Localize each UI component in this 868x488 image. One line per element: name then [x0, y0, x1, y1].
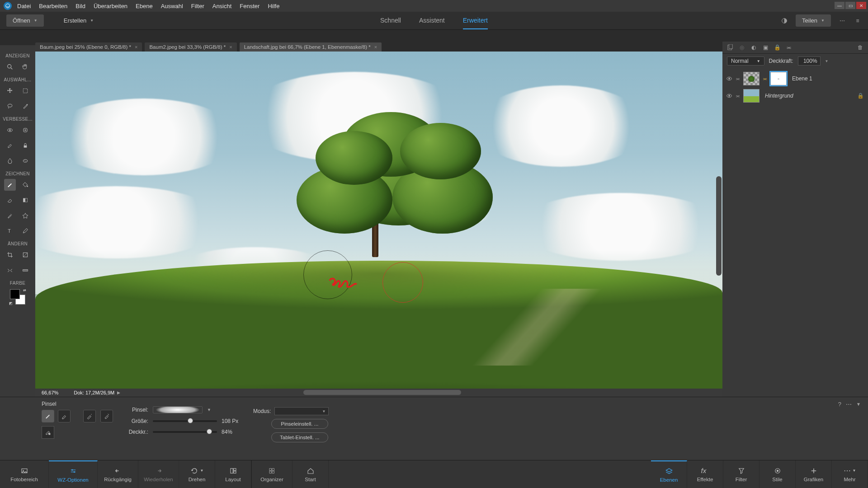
brush-variant-3[interactable]: [83, 410, 96, 422]
collapse-icon[interactable]: ▼: [856, 402, 861, 407]
brush-variant-2[interactable]: [58, 410, 71, 422]
mode-quick[interactable]: Schnell: [380, 12, 401, 29]
menu-ebene[interactable]: Ebene: [136, 3, 153, 9]
content-aware-move-icon[interactable]: [4, 264, 16, 276]
zoom-value[interactable]: 66,67%: [35, 390, 65, 395]
help-icon[interactable]: ?: [838, 401, 841, 408]
menu-ansicht[interactable]: Ansicht: [212, 3, 232, 9]
mask-link-icon[interactable]: ⫘: [762, 76, 768, 81]
share-button[interactable]: Teilen ▼: [796, 14, 831, 27]
maximize-button[interactable]: ▭: [845, 2, 855, 9]
eyedropper-tool-icon[interactable]: [4, 210, 16, 221]
dock-redo[interactable]: Wiederholen: [138, 460, 179, 488]
tablet-settings-button[interactable]: Tablet-Einstell. ...: [271, 432, 328, 442]
layer-thumbnail[interactable]: [743, 72, 760, 85]
dock-effects[interactable]: fx Effekte: [687, 460, 723, 488]
visibility-toggle-icon[interactable]: [726, 93, 732, 99]
straighten-tool-icon[interactable]: [19, 264, 31, 276]
dock-styles[interactable]: Stile: [760, 460, 796, 488]
dock-organizer[interactable]: Organizer: [252, 460, 292, 488]
dock-more[interactable]: ⋯▼ Mehr: [832, 460, 868, 488]
pencil-tool-icon[interactable]: [19, 225, 31, 237]
options-menu-icon[interactable]: ⋯: [846, 401, 852, 408]
text-tool-icon[interactable]: T: [4, 225, 16, 237]
swap-colors-icon[interactable]: ⇄: [23, 288, 26, 292]
hand-tool-icon[interactable]: [19, 61, 31, 73]
shape-tool-icon[interactable]: [19, 210, 31, 221]
chevron-down-icon[interactable]: ▼: [825, 59, 829, 63]
close-tab-icon[interactable]: ×: [374, 44, 377, 50]
menu-auswahl[interactable]: Auswahl: [161, 3, 183, 9]
magic-wand-tool-icon[interactable]: [19, 100, 31, 112]
default-colors-icon[interactable]: ◩: [9, 301, 13, 305]
brush-variant-4[interactable]: [100, 410, 113, 422]
dock-undo[interactable]: Rückgängig: [98, 460, 138, 488]
link-icon[interactable]: ⫘: [735, 76, 741, 81]
layer-row[interactable]: ⫘ ⫘ ▫ Ebene 1: [722, 70, 868, 87]
layer-thumbnail[interactable]: [743, 89, 760, 103]
marquee-tool-icon[interactable]: [19, 85, 31, 97]
recompose-tool-icon[interactable]: [19, 249, 31, 261]
dock-graphics[interactable]: Grafiken: [796, 460, 832, 488]
layer-mask-thumbnail[interactable]: ▫: [770, 72, 787, 85]
theme-toggle-icon[interactable]: [780, 17, 788, 25]
panel-menu-icon[interactable]: ≡: [854, 17, 862, 25]
move-tool-icon[interactable]: [4, 85, 16, 97]
layer-row[interactable]: ⫘ Hintergrund 🔒: [722, 87, 868, 104]
create-button[interactable]: Erstellen ▼: [57, 14, 100, 27]
mode-guided[interactable]: Assistent: [419, 12, 445, 29]
close-button[interactable]: ✕: [856, 2, 866, 9]
chevron-down-icon[interactable]: ▼: [207, 408, 211, 412]
gradient-tool-icon[interactable]: [19, 194, 31, 206]
spot-heal-tool-icon[interactable]: [19, 124, 31, 136]
crop-tool-icon[interactable]: [4, 249, 16, 261]
layer-name[interactable]: Ebene 1: [792, 75, 812, 82]
opacity-slider[interactable]: [153, 431, 217, 433]
menu-ueberarbeiten[interactable]: Überarbeiten: [94, 3, 127, 9]
brush-color-replace[interactable]: [42, 426, 54, 439]
brush-settings-button[interactable]: Pinseleinstell. ...: [271, 419, 328, 429]
canvas[interactable]: [35, 52, 722, 389]
open-button[interactable]: Öffnen ▼: [6, 14, 44, 27]
menu-filter[interactable]: Filter: [191, 3, 204, 9]
new-layer-icon[interactable]: [726, 43, 734, 52]
mode-expert[interactable]: Erweitert: [463, 12, 488, 29]
clone-stamp-tool-icon[interactable]: [19, 140, 31, 151]
close-tab-icon[interactable]: ×: [135, 44, 137, 50]
doc-info-caret-icon[interactable]: ▶: [117, 390, 120, 395]
foreground-color[interactable]: [10, 289, 20, 299]
brush-tool-icon[interactable]: [4, 179, 16, 191]
dock-layout[interactable]: Layout: [215, 460, 251, 488]
smart-brush-tool-icon[interactable]: [4, 140, 16, 151]
zoom-tool-icon[interactable]: [4, 61, 16, 73]
link-icon[interactable]: ⫘: [735, 94, 741, 99]
color-swatch[interactable]: ⇄ ◩: [9, 288, 26, 305]
dock-rotate[interactable]: ▼ Drehen: [179, 460, 215, 488]
close-tab-icon[interactable]: ×: [229, 44, 232, 50]
eraser-tool-icon[interactable]: [4, 194, 16, 206]
eye-tool-icon[interactable]: [4, 124, 16, 136]
minimize-button[interactable]: —: [835, 2, 844, 9]
blur-tool-icon[interactable]: [4, 155, 16, 167]
paint-bucket-tool-icon[interactable]: [19, 179, 31, 191]
dock-home[interactable]: Start: [292, 460, 329, 488]
lock-layer-icon[interactable]: 🔒: [773, 43, 781, 52]
layer-mask-icon[interactable]: ▣: [761, 43, 769, 52]
vertical-scrollbar[interactable]: [716, 176, 722, 276]
adjustment-layer-icon[interactable]: ◐: [750, 43, 758, 52]
opacity-value[interactable]: 84%: [222, 429, 244, 435]
document-tab[interactable]: Baum2.jpeg bei 33,3% (RGB/8) * ×: [145, 42, 236, 52]
horizontal-scrollbar[interactable]: [303, 390, 462, 395]
menu-datei[interactable]: Datei: [17, 3, 31, 9]
delete-layer-icon[interactable]: 🗑: [856, 43, 864, 52]
brush-variant-1[interactable]: [42, 410, 54, 422]
dock-filters[interactable]: Filter: [723, 460, 760, 488]
dock-tool-options[interactable]: WZ-Optionen: [49, 460, 98, 488]
toolbar-overflow-icon[interactable]: ⋯: [838, 17, 846, 25]
menu-fenster[interactable]: Fenster: [240, 3, 259, 9]
visibility-toggle-icon[interactable]: [726, 75, 732, 82]
sponge-tool-icon[interactable]: [19, 155, 31, 167]
layer-opacity-input[interactable]: 100%: [798, 56, 821, 66]
layer-name[interactable]: Hintergrund: [765, 93, 793, 99]
menu-bearbeiten[interactable]: Bearbeiten: [39, 3, 67, 9]
